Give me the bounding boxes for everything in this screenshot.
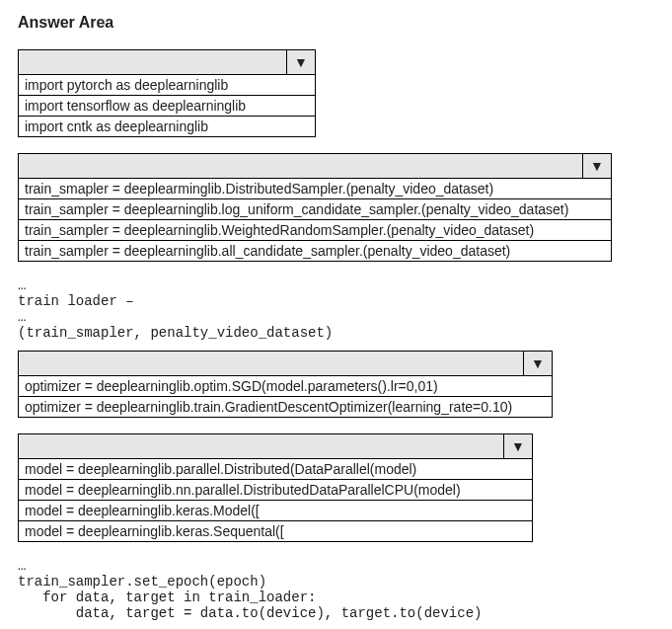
dropdown-option[interactable]: import tensorflow as deeplearninglib [19,95,315,116]
dropdown-option[interactable]: train_smapler = deeplearminglib.Distribu… [19,179,611,198]
dropdown-option[interactable]: train_sampler = deeplearninglib.Weighted… [19,219,611,240]
dropdown-import-lib[interactable]: ▼ import pytorch as deeplearninglib impo… [18,49,316,137]
dropdown-header[interactable]: ▼ [19,352,552,376]
code-snippet-epoch: … train_sampler.set_epoch(epoch) for dat… [18,558,654,621]
dropdown-optimizer[interactable]: ▼ optimizer = deeplearninglib.optim.SGD(… [18,351,553,418]
dropdown-option[interactable]: model = deeplearninglib.parallel.Distrib… [19,459,532,479]
dropdown-option[interactable]: model = deeplearninglib.keras.Sequental(… [19,520,532,541]
dropdown-option[interactable]: import cntk as deeplearninglib [19,116,315,136]
dropdown-train-sampler[interactable]: ▼ train_smapler = deeplearminglib.Distri… [18,153,612,262]
page-title: Answer Area [18,14,654,32]
dropdown-option[interactable]: train_sampler = deeplearninglib.all_cand… [19,240,611,261]
dropdown-header[interactable]: ▼ [19,434,532,459]
code-snippet-loader: … train loader – … (train_smapler, penal… [18,277,654,341]
dropdown-model[interactable]: ▼ model = deeplearninglib.parallel.Distr… [18,433,533,542]
dropdown-option[interactable]: optimizer = deeplearninglib.optim.SGD(mo… [19,376,552,396]
chevron-down-icon: ▼ [287,50,315,74]
dropdown-option[interactable]: train_sampler = deeplearninglib.log_unif… [19,198,611,219]
dropdown-option[interactable]: optimizer = deeplearninglib.train.Gradie… [19,396,552,417]
chevron-down-icon: ▼ [583,154,611,178]
chevron-down-icon: ▼ [504,434,532,458]
dropdown-header[interactable]: ▼ [19,50,315,75]
dropdown-option[interactable]: model = deeplearninglib.nn.parallel.Dist… [19,479,532,500]
dropdown-option[interactable]: model = deeplearninglib.keras.Model([ [19,500,532,520]
dropdown-option[interactable]: import pytorch as deeplearninglib [19,75,315,95]
dropdown-header[interactable]: ▼ [19,154,611,179]
chevron-down-icon: ▼ [524,352,552,375]
